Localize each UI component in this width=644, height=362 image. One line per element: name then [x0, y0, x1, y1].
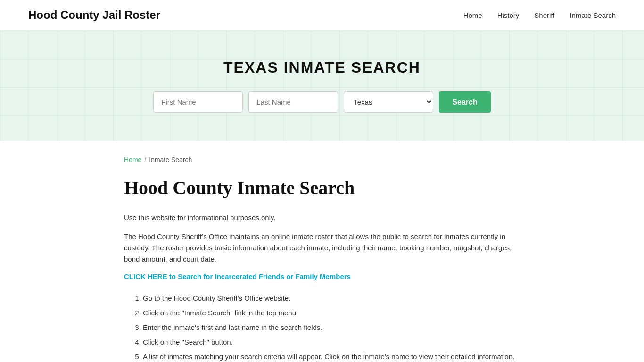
intro-para-1: Use this website for informational purpo…: [124, 212, 520, 223]
list-item: Click on the "Inmate Search" link in the…: [143, 306, 520, 319]
nav-sheriff[interactable]: Sheriff: [534, 11, 554, 19]
cta-link[interactable]: CLICK HERE to Search for Incarcerated Fr…: [124, 272, 351, 280]
last-name-input[interactable]: [248, 91, 338, 113]
search-button[interactable]: Search: [439, 91, 490, 113]
breadcrumb-separator: /: [144, 156, 146, 164]
steps-list: Go to the Hood County Sheriff's Office w…: [124, 292, 520, 362]
first-name-input[interactable]: [153, 91, 243, 113]
state-select[interactable]: TexasAlabamaAlaskaArizonaArkansasCalifor…: [344, 91, 433, 113]
list-item: Enter the inmate's first and last name i…: [143, 321, 520, 334]
hero-title: TEXAS INMATE SEARCH: [9, 59, 635, 76]
list-item: Go to the Hood County Sheriff's Office w…: [143, 292, 520, 304]
main-nav: Home History Sheriff Inmate Search: [463, 11, 616, 19]
site-title: Hood County Jail Roster: [28, 8, 160, 22]
search-form: TexasAlabamaAlaskaArizonaArkansasCalifor…: [9, 91, 635, 113]
list-item: Click on the "Search" button.: [143, 336, 520, 348]
nav-history[interactable]: History: [497, 11, 520, 19]
breadcrumb-current: Inmate Search: [149, 156, 192, 164]
nav-inmate-search[interactable]: Inmate Search: [570, 11, 616, 19]
breadcrumb-home[interactable]: Home: [124, 156, 141, 164]
main-content: Home / Inmate Search Hood County Inmate …: [96, 141, 548, 362]
nav-home[interactable]: Home: [463, 11, 482, 19]
page-heading: Hood County Inmate Search: [124, 177, 520, 199]
intro-para-2: The Hood County Sheriff’s Office maintai…: [124, 231, 520, 265]
hero-banner: TEXAS INMATE SEARCH TexasAlabamaAlaskaAr…: [0, 31, 644, 141]
breadcrumb: Home / Inmate Search: [124, 156, 520, 164]
site-header: Hood County Jail Roster Home History She…: [0, 0, 644, 31]
list-item: A list of inmates matching your search c…: [143, 350, 520, 362]
